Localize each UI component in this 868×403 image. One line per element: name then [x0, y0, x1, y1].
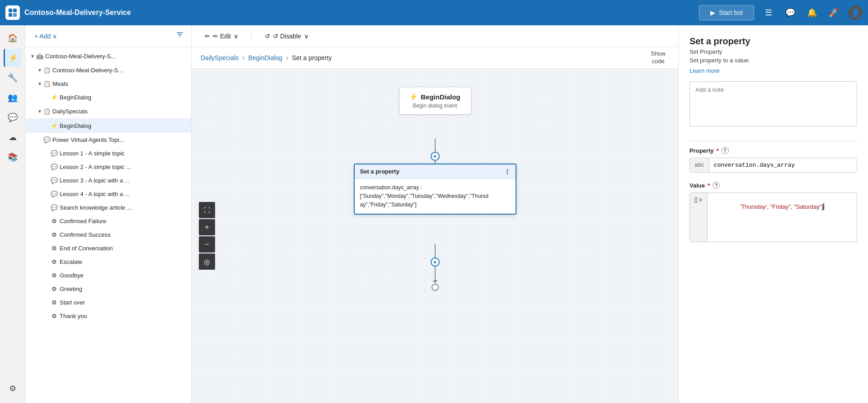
tree-icon-goodbye: ⚙ — [51, 272, 58, 279]
tree-item-endOfConversation[interactable]: ⚙End of Conversation — [25, 241, 191, 255]
add-node-button-2[interactable]: + — [431, 258, 440, 267]
value-required: * — [708, 182, 710, 189]
tree-item-beginDialog2[interactable]: ⚡BeginDialog··· — [25, 118, 191, 133]
set-property-more[interactable]: ⋮ — [504, 168, 510, 175]
tree-container[interactable]: ▼🤖Contoso-Meal-Delivery-S...···▼📋Contoso… — [25, 47, 191, 403]
tree-icon-escalate: ⚙ — [51, 258, 58, 265]
tree-item-dailySpecials[interactable]: ▼📋DailySpecials··· — [25, 104, 191, 118]
tree-item-lesson2[interactable]: 💬Lesson 2 - A simple topic ... — [25, 160, 191, 173]
tree-icon-root1: 🤖 — [36, 52, 43, 60]
disable-icon: ↺ — [265, 33, 270, 40]
tree-item-confirmedSuccess[interactable]: ⚙Confirmed Success — [25, 228, 191, 241]
show-code-button[interactable]: Showcode — [647, 48, 669, 67]
tree-chevron-pvaTopics[interactable] — [36, 136, 43, 143]
tree-chevron-startOver[interactable] — [43, 299, 51, 306]
tree-label-searchKnowledge: Search knowledge article ... — [60, 204, 188, 211]
sidebar-knowledge[interactable]: 📚 — [4, 148, 22, 166]
bell-icon[interactable]: 🔔 — [805, 5, 819, 20]
tree-item-confirmedFailure[interactable]: ⚙Confirmed Failure — [25, 214, 191, 228]
tree-chevron-meals[interactable]: ▼ — [36, 80, 43, 87]
tree-icon-startOver: ⚙ — [51, 299, 58, 306]
tree-chevron-beginDialog2[interactable] — [43, 122, 51, 129]
tree-chevron-root2[interactable]: ▼ — [36, 66, 43, 74]
fit-to-screen-button[interactable]: ⛶ — [199, 202, 215, 218]
tree-chevron-greeting[interactable] — [43, 285, 51, 292]
property-field-label: Property * ? — [690, 147, 857, 154]
tree-chevron-escalate[interactable] — [43, 258, 51, 265]
begin-dialog-node[interactable]: ⚡ BeginDialog Begin dialog event — [399, 87, 471, 115]
tree-chevron-lesson4[interactable] — [43, 190, 51, 197]
canvas-content[interactable]: ⚡ BeginDialog Begin dialog event + Set a… — [192, 69, 678, 403]
add-button[interactable]: + Add ∨ — [31, 31, 61, 42]
zoom-out-button[interactable]: − — [199, 236, 215, 253]
value-help-icon[interactable]: ? — [713, 182, 720, 189]
edit-button[interactable]: ✏ ✏ Edit ∨ — [199, 29, 244, 43]
tree-chevron-confirmedFailure[interactable] — [43, 217, 51, 225]
tree-item-escalate[interactable]: ⚙Escalate — [25, 255, 191, 268]
tree-item-greeting[interactable]: ⚙Greeting — [25, 282, 191, 295]
chat-icon[interactable]: 💬 — [783, 5, 798, 20]
tree-icon-endOfConversation: ⚙ — [51, 244, 58, 252]
tree-chevron-dailySpecials[interactable]: ▼ — [36, 108, 43, 115]
disable-button[interactable]: ↺ ↺ Disable ∨ — [259, 29, 314, 43]
value-content-friday: "Friday" — [770, 203, 790, 210]
value-field[interactable]: [] ∨ 'Thursday', "Friday", "Saturday"] — [690, 192, 857, 242]
zoom-in-button[interactable]: + — [199, 219, 215, 235]
value-field-content[interactable]: 'Thursday', "Friday", "Saturday"] — [708, 193, 857, 242]
tree-chevron-confirmedSuccess[interactable] — [43, 231, 51, 238]
tree-item-searchKnowledge[interactable]: 💬Search knowledge article ... — [25, 201, 191, 214]
sidebar-build[interactable]: ⚡ — [4, 49, 22, 67]
menu-icon[interactable]: ☰ — [761, 5, 776, 20]
tree-chevron-lesson3[interactable] — [43, 177, 51, 184]
tree-item-pvaTopics[interactable]: 💬Power Virtual Agents Topi... — [25, 133, 191, 146]
sidebar-users[interactable]: 👥 — [4, 89, 22, 107]
property-help-icon[interactable]: ? — [722, 147, 729, 154]
tree-item-root1[interactable]: ▼🤖Contoso-Meal-Delivery-S...··· — [25, 49, 191, 63]
tree-chevron-lesson1[interactable] — [43, 150, 51, 157]
property-input-field[interactable] — [709, 158, 857, 172]
begin-dialog-label: BeginDialog — [421, 93, 460, 101]
tree-label-lesson4: Lesson 4 - A topic with a ... — [60, 191, 188, 197]
tree-item-goodbye[interactable]: ⚙Goodbye — [25, 268, 191, 282]
breadcrumb-item-2[interactable]: BeginDialog — [248, 54, 282, 61]
learn-more-link[interactable]: Learn more — [690, 67, 857, 74]
sidebar-test[interactable]: 🔧 — [4, 69, 22, 87]
filter-button[interactable] — [174, 29, 186, 43]
tree-chevron-goodbye[interactable] — [43, 272, 51, 279]
add-chevron-icon: ∨ — [52, 33, 57, 40]
start-bot-button[interactable]: ▶ Start bot — [699, 5, 754, 20]
value-prefix[interactable]: [] ∨ — [690, 193, 708, 242]
tree-item-root2[interactable]: ▼📋Contoso-Meal-Delivery-S... — [25, 63, 191, 77]
tree-item-lesson4[interactable]: 💬Lesson 4 - A topic with a ... — [25, 187, 191, 201]
tree-chevron-root1[interactable]: ▼ — [29, 52, 36, 60]
tree-label-root2: Contoso-Meal-Delivery-S... — [52, 67, 188, 74]
tree-item-lesson1[interactable]: 💬Lesson 1 - A simple topic — [25, 146, 191, 160]
center-button[interactable]: ◎ — [199, 253, 215, 270]
tree-icon-pvaTopics: 💬 — [43, 136, 51, 143]
sidebar-home[interactable]: 🏠 — [4, 29, 22, 47]
sidebar-settings[interactable]: ⚙ — [4, 380, 22, 398]
tree-item-beginDialog1[interactable]: ⚡BeginDialog — [25, 90, 191, 104]
tree-chevron-endOfConversation[interactable] — [43, 244, 51, 252]
tree-chevron-beginDialog1[interactable] — [43, 94, 51, 101]
svg-rect-3 — [13, 13, 17, 17]
breadcrumb-item-1[interactable]: DailySpecials — [201, 54, 239, 61]
edit-chevron-icon: ∨ — [234, 33, 238, 40]
note-textarea[interactable] — [690, 81, 857, 127]
tree-chevron-thankYou[interactable] — [43, 312, 51, 319]
tree-item-thankYou[interactable]: ⚙Thank you — [25, 309, 191, 323]
left-panel-toolbar: + Add ∨ — [25, 25, 191, 47]
divider-1 — [690, 141, 857, 141]
sidebar-analytics[interactable]: 💬 — [4, 108, 22, 127]
tree-item-lesson3[interactable]: 💬Lesson 3 - A topic with a ... — [25, 173, 191, 187]
sidebar-publish[interactable]: ☁ — [4, 128, 22, 146]
tree-chevron-searchKnowledge[interactable] — [43, 204, 51, 211]
tree-item-startOver[interactable]: ⚙Start over — [25, 295, 191, 309]
tree-item-meals[interactable]: ▼📋Meals — [25, 77, 191, 90]
set-property-node[interactable]: Set a property ⋮ conversation.days_array… — [354, 164, 516, 215]
add-node-button-1[interactable]: + — [431, 152, 440, 161]
rocket-icon[interactable]: 🚀 — [826, 5, 841, 20]
tree-chevron-lesson2[interactable] — [43, 163, 51, 170]
user-avatar[interactable]: 👤 — [848, 5, 863, 20]
connector-line-4 — [435, 267, 436, 280]
